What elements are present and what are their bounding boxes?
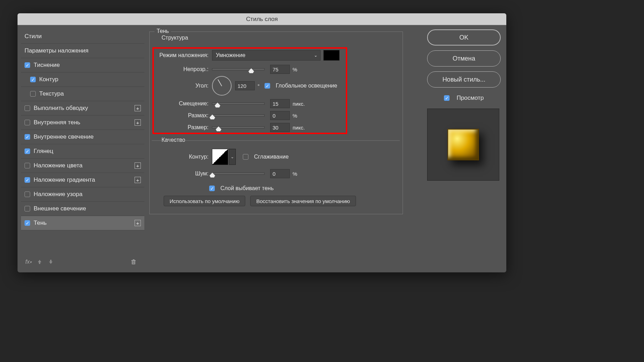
slider-thumb[interactable]: [215, 103, 220, 107]
blend-mode-row: Режим наложения: Умножение ⌄: [154, 49, 340, 61]
checkbox-on-icon[interactable]: ✓: [25, 177, 30, 183]
preview-checkbox[interactable]: ✓: [444, 95, 450, 101]
checkbox-off-icon[interactable]: [25, 105, 30, 111]
sidebar-item-inner-glow[interactable]: ✓ Внутреннее свечение: [21, 130, 144, 144]
contour-dropdown[interactable]: ⌄: [229, 149, 236, 165]
blend-mode-value: Умножение: [216, 52, 245, 58]
window-titlebar[interactable]: Стиль слоя: [18, 13, 506, 25]
spread-row: Размах: 0 %: [154, 110, 297, 121]
knockout-checkbox[interactable]: ✓: [209, 186, 215, 191]
slider-thumb[interactable]: [248, 68, 254, 73]
add-instance-icon[interactable]: +: [135, 220, 141, 226]
distance-unit: пикс.: [293, 101, 305, 107]
add-instance-icon[interactable]: +: [135, 105, 141, 111]
checkbox-off-icon[interactable]: [25, 120, 30, 125]
slider-thumb[interactable]: [210, 173, 215, 177]
cancel-button[interactable]: Отмена: [427, 50, 501, 67]
add-instance-icon[interactable]: +: [135, 119, 141, 126]
sidebar-item-outer-glow[interactable]: Внешнее свечение: [21, 202, 144, 216]
fx-label: fx: [25, 259, 29, 265]
preview-toggle-row: ✓ Просмотр: [427, 95, 501, 102]
preview-swatch: [447, 129, 479, 160]
opacity-input[interactable]: 75: [270, 65, 290, 74]
sidebar-styles-label: Стили: [25, 33, 42, 40]
distance-slider[interactable]: [212, 103, 265, 105]
blend-mode-select[interactable]: Умножение ⌄: [212, 50, 321, 61]
size-slider[interactable]: [212, 126, 265, 128]
angle-row: Угол: 120 ° ✓ Глобальное освещение: [154, 75, 337, 96]
structure-legend: Структура: [159, 35, 190, 41]
checkbox-on-icon[interactable]: ✓: [25, 134, 30, 140]
global-light-label: Глобальное освещение: [276, 83, 337, 89]
sidebar-item-color-overlay[interactable]: Наложение цвета +: [21, 159, 144, 173]
sidebar-item-stroke[interactable]: Выполнить обводку +: [21, 101, 144, 116]
sidebar-item-label: Внутренняя тень: [34, 119, 80, 126]
checkbox-on-icon[interactable]: ✓: [25, 62, 30, 68]
dialog-content: Стили Параметры наложения ✓ Тиснение ✓ К…: [18, 25, 506, 272]
sidebar-item-label: Текстура: [39, 90, 64, 97]
spread-unit: %: [293, 113, 297, 119]
sidebar-item-drop-shadow[interactable]: ✓ Тень +: [21, 216, 144, 230]
sidebar-item-contour[interactable]: ✓ Контур: [21, 72, 144, 87]
angle-label: Угол:: [154, 83, 208, 89]
angle-dial[interactable]: [212, 76, 232, 96]
move-down-icon[interactable]: [47, 258, 55, 266]
move-up-icon[interactable]: [36, 258, 43, 266]
sidebar-item-inner-shadow[interactable]: Внутренняя тень +: [21, 116, 144, 130]
sidebar-styles[interactable]: Стили: [21, 29, 144, 44]
checkbox-off-icon[interactable]: [25, 163, 30, 168]
noise-input[interactable]: 0: [270, 169, 290, 178]
global-light-checkbox[interactable]: ✓: [265, 83, 270, 89]
sidebar-blending-options[interactable]: Параметры наложения: [21, 44, 144, 58]
chevron-down-icon: ⌄: [314, 53, 317, 58]
sidebar-blending-label: Параметры наложения: [25, 47, 88, 54]
trash-icon[interactable]: [130, 258, 137, 266]
shadow-color-swatch[interactable]: [323, 50, 340, 61]
sidebar-item-texture[interactable]: Текстура: [21, 87, 144, 101]
contour-preview[interactable]: [212, 149, 228, 165]
add-instance-icon[interactable]: +: [135, 177, 141, 183]
preview-label: Просмотр: [457, 95, 484, 102]
make-default-button[interactable]: Использовать по умолчанию: [164, 196, 245, 206]
layer-style-dialog: Стиль слоя Стили Параметры наложения ✓ Т…: [18, 13, 506, 272]
sidebar-item-label: Внутреннее свечение: [34, 133, 94, 140]
add-instance-icon[interactable]: +: [135, 162, 141, 169]
sidebar-item-bevel[interactable]: ✓ Тиснение: [21, 58, 144, 72]
contour-label: Контур:: [154, 154, 208, 160]
opacity-label: Непрозр.:: [154, 66, 208, 72]
fx-menu-icon[interactable]: fx▾: [25, 258, 32, 266]
sidebar-footer: fx▾: [21, 256, 144, 268]
spread-slider[interactable]: [212, 114, 265, 117]
defaults-row: Использовать по умолчанию Восстановить з…: [164, 195, 356, 207]
sidebar-item-satin[interactable]: ✓ Глянец: [21, 144, 144, 159]
slider-thumb[interactable]: [216, 126, 221, 131]
sidebar-item-pattern-overlay[interactable]: Наложение узора: [21, 187, 144, 202]
ok-button[interactable]: OK: [427, 29, 501, 46]
sidebar-item-label: Выполнить обводку: [34, 105, 88, 112]
sidebar-item-gradient-overlay[interactable]: ✓ Наложение градиента +: [21, 173, 144, 187]
distance-input[interactable]: 15: [270, 99, 290, 108]
drop-shadow-fieldset: Тень Структура Режим наложения: Умножени…: [149, 32, 403, 214]
slider-thumb[interactable]: [210, 114, 215, 119]
angle-input[interactable]: 120: [235, 81, 255, 90]
window-title: Стиль слоя: [246, 16, 278, 23]
size-input[interactable]: 30: [270, 123, 290, 132]
spread-input[interactable]: 0: [270, 111, 290, 120]
checkbox-on-icon[interactable]: ✓: [30, 77, 36, 82]
spread-label: Размах:: [154, 112, 208, 119]
antialias-label: Сглаживание: [254, 154, 289, 160]
sidebar-item-label: Наложение цвета: [34, 162, 83, 169]
antialias-checkbox[interactable]: [243, 154, 248, 160]
blend-mode-label: Режим наложения:: [154, 52, 208, 58]
noise-slider[interactable]: [212, 173, 265, 175]
new-style-button[interactable]: Новый стиль...: [427, 71, 501, 88]
sidebar-item-label: Наложение градиента: [34, 176, 95, 183]
angle-unit: °: [258, 83, 260, 89]
reset-default-button[interactable]: Восстановить значения по умолчанию: [250, 196, 356, 206]
checkbox-on-icon[interactable]: ✓: [25, 148, 30, 154]
checkbox-off-icon[interactable]: [30, 91, 36, 97]
checkbox-off-icon[interactable]: [25, 206, 30, 211]
checkbox-off-icon[interactable]: [25, 192, 30, 197]
checkbox-on-icon[interactable]: ✓: [25, 220, 30, 226]
opacity-slider[interactable]: [212, 68, 265, 70]
